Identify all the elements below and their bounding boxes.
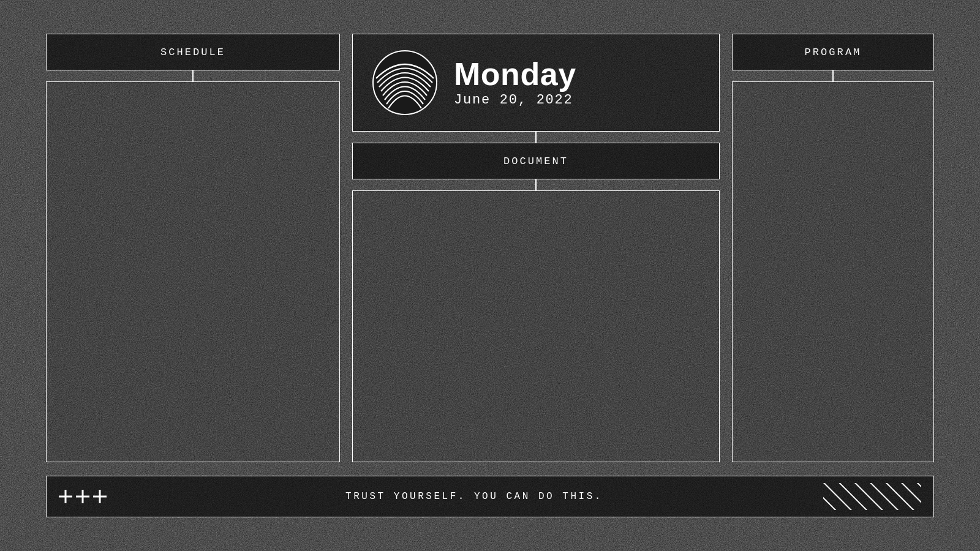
- cross-icon-2: [76, 490, 89, 503]
- right-column: PROGRAM: [732, 34, 934, 462]
- day-name: Monday: [454, 58, 576, 90]
- schedule-connector: [192, 70, 194, 81]
- hatch-pattern: [823, 483, 921, 510]
- program-label: PROGRAM: [805, 47, 862, 58]
- program-connector: [832, 70, 834, 81]
- cross-icon-1: [59, 490, 72, 503]
- logo-circle: [371, 49, 439, 116]
- center-column: Monday June 20, 2022 DOCUMENT: [352, 34, 720, 462]
- main-container: SCHEDULE: [0, 0, 980, 551]
- schedule-label: SCHEDULE: [160, 47, 225, 58]
- document-label: DOCUMENT: [503, 156, 568, 167]
- document-header: DOCUMENT: [352, 143, 720, 179]
- bottom-icons: [59, 490, 125, 503]
- date-text: Monday June 20, 2022: [454, 58, 576, 108]
- cross-icon-3: [93, 490, 107, 503]
- schedule-content: [46, 81, 340, 462]
- schedule-header: SCHEDULE: [46, 34, 340, 70]
- document-connector: [535, 179, 537, 190]
- bottom-bar: TRUST YOURSELF. YOU CAN DO THIS.: [46, 476, 934, 517]
- date-panel: Monday June 20, 2022: [352, 34, 720, 132]
- program-header: PROGRAM: [732, 34, 934, 70]
- motivational-text: TRUST YOURSELF. YOU CAN DO THIS.: [125, 491, 823, 502]
- program-content: [732, 81, 934, 462]
- left-column: SCHEDULE: [46, 34, 340, 462]
- logo-svg: [371, 49, 439, 116]
- full-date: June 20, 2022: [454, 92, 576, 108]
- document-content: [352, 190, 720, 462]
- svg-rect-3: [823, 483, 921, 510]
- center-connector: [535, 132, 537, 143]
- top-area: SCHEDULE: [46, 34, 934, 462]
